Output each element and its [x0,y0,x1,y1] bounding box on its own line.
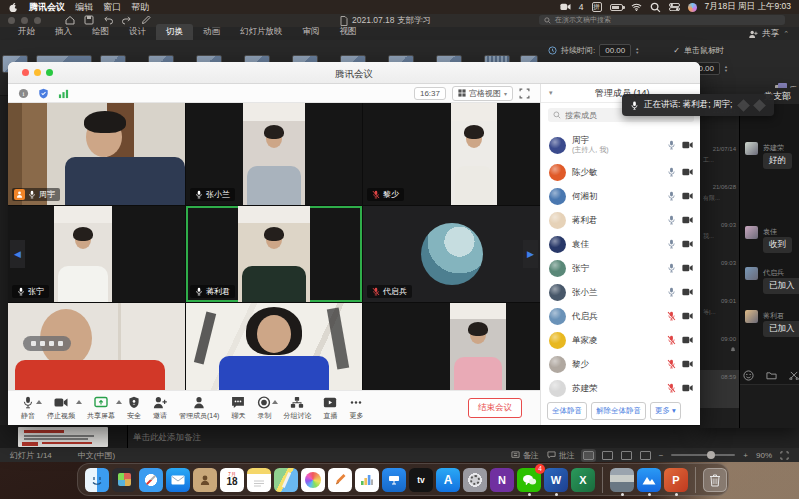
check-icon[interactable]: ✓ [673,46,680,55]
member-row-张小兰[interactable]: 张小兰 [541,280,701,304]
ppt-close-button[interactable] [8,17,15,24]
control-center-icon[interactable] [669,2,680,12]
view-mode-selector[interactable]: 宫格视图 ▾ [452,86,513,101]
member-mic-icon[interactable] [667,239,676,249]
dock-item-keynote[interactable] [382,468,406,492]
toolbar-停止视频[interactable]: 停止视频 [47,396,75,421]
member-mic-icon[interactable] [667,287,676,297]
member-row-蒋利君[interactable]: 蒋利君 [541,208,701,232]
member-mic-icon[interactable] [667,191,676,201]
screenshot-scissors-icon[interactable] [789,370,799,381]
ppt-tab-视图[interactable]: 视图 [330,24,367,40]
folder-icon[interactable] [766,370,777,381]
dock-item-calendar[interactable]: 7月18 [220,468,244,492]
language-indicator[interactable]: 中文(中国) [78,450,115,461]
member-camera-icon[interactable] [682,336,693,344]
emoji-icon[interactable] [743,370,754,381]
member-camera-icon[interactable] [682,360,693,368]
dock-item-appstore[interactable]: A [436,468,460,492]
menubar-datetime[interactable]: 7月18日 周日 上午9:03 [705,1,791,13]
wifi-icon[interactable] [631,2,642,12]
battery-icon[interactable] [610,4,623,11]
member-row-黎少[interactable]: 黎少 [541,352,701,376]
ppt-tab-审阅[interactable]: 审阅 [293,24,330,40]
wechat-chat-list-item[interactable]: 09:00 [700,332,739,370]
ppt-share-button[interactable]: 共享 ⌃ [748,28,789,40]
zoom-in-button[interactable]: + [743,451,748,460]
zoom-level[interactable]: 90% [756,451,772,460]
slide-sorter-view-button[interactable] [602,451,613,460]
dock-item-tv[interactable]: tv [409,468,433,492]
toolbar-管理成员(14)[interactable]: 管理成员(14) [179,396,219,421]
ppt-tab-动画[interactable]: 动画 [193,24,230,40]
network-signal-icon[interactable] [58,88,69,99]
meeting-security-shield-icon[interactable] [38,88,49,99]
toolbar-安全[interactable]: 安全 [127,396,141,421]
toolbar-分组讨论[interactable]: 分组讨论 [283,396,311,421]
notes-toggle-button[interactable]: 备注 [511,450,539,461]
member-row-苏建荣[interactable]: 苏建荣 [541,376,701,400]
member-row-单家凌[interactable]: 单家凌 [541,328,701,352]
member-row-袁佳[interactable]: 袁佳 [541,232,701,256]
previous-page-arrow[interactable]: ◀ [10,240,25,268]
dock-item-system-preferences[interactable] [463,468,487,492]
ppt-zoom-button[interactable] [34,17,41,24]
member-row-周宇[interactable]: 周宇(主持人, 我) [541,130,701,160]
panel-button-更多▾[interactable]: 更多 ▾ [650,402,681,420]
member-camera-icon[interactable] [682,240,693,248]
video-tile-张宁[interactable]: 张宁 [8,206,185,302]
video-tile-黎少[interactable]: 黎少 [363,103,540,205]
duration-stepper[interactable]: ▲▼ [635,47,639,54]
video-tile-张小兰[interactable]: 张小兰 [186,103,362,205]
member-camera-icon[interactable] [682,264,693,272]
toolbar-直播[interactable]: 直播 [323,396,337,421]
dock-item-safari[interactable] [139,468,163,492]
member-mic-icon[interactable] [667,140,676,150]
dock-item-pages[interactable] [328,468,352,492]
wechat-chat-list-item[interactable]: 09:03 [700,256,739,294]
ppt-minimize-button[interactable] [21,17,28,24]
wechat-input-area[interactable] [740,384,799,428]
panel-button-全体静音[interactable]: 全体静音 [547,402,587,420]
toolbar-聊天[interactable]: 聊天 [231,396,245,421]
video-tile[interactable] [363,303,540,390]
spotlight-search-icon[interactable] [650,2,661,12]
ppt-tab-插入[interactable]: 插入 [45,24,82,40]
ppt-tab-切换[interactable]: 切换 [156,24,193,40]
comments-toggle-button[interactable]: 批注 [547,450,575,461]
dock-item-trash[interactable] [703,468,727,492]
video-tile-代启兵[interactable]: 代启兵 [363,206,540,302]
ppt-tab-开始[interactable]: 开始 [8,24,45,40]
video-tile[interactable] [8,303,185,390]
apple-logo-icon[interactable] [8,2,19,12]
caret-up-icon[interactable] [272,400,278,404]
input-method-icon[interactable]: 拼 [592,2,602,12]
video-tile-周宇[interactable]: 周宇 [8,103,185,205]
toolbar-共享屏幕[interactable]: 共享屏幕 [87,396,115,421]
advance-after-stepper[interactable]: ▲▼ [724,65,728,72]
zoom-slider-knob[interactable] [707,451,715,459]
dock-item-contacts[interactable] [193,468,217,492]
panel-button-解除全体静音[interactable]: 解除全体静音 [591,402,646,420]
zoom-out-button[interactable]: − [659,451,664,460]
member-row-张宁[interactable]: 张宁 [541,256,701,280]
dock-item-photos[interactable] [301,468,325,492]
fit-slide-icon[interactable] [780,451,789,460]
toolbar-邀请[interactable]: 邀请 [153,396,167,421]
menubar-menu-帮助[interactable]: 帮助 [131,1,149,14]
slideshow-view-button[interactable] [640,451,651,460]
menubar-menu-编辑[interactable]: 编辑 [75,1,93,14]
reading-view-button[interactable] [621,451,632,460]
member-row-陈少敏[interactable]: 陈少敏 [541,160,701,184]
video-tile-蒋利君[interactable]: 蒋利君 [186,206,362,302]
member-mic-icon[interactable] [667,215,676,225]
caret-up-icon[interactable] [116,400,122,404]
wechat-chat-list-item[interactable]: 09:01等|... [700,294,739,332]
member-camera-icon[interactable] [682,216,693,224]
dock-item-word[interactable]: W [544,468,568,492]
meeting-camera-icon[interactable] [560,2,571,12]
dock-item-finder[interactable] [85,468,109,492]
member-mic-muted-icon[interactable] [667,383,676,393]
next-page-arrow[interactable]: ▶ [523,240,538,268]
member-camera-icon[interactable] [682,384,693,392]
